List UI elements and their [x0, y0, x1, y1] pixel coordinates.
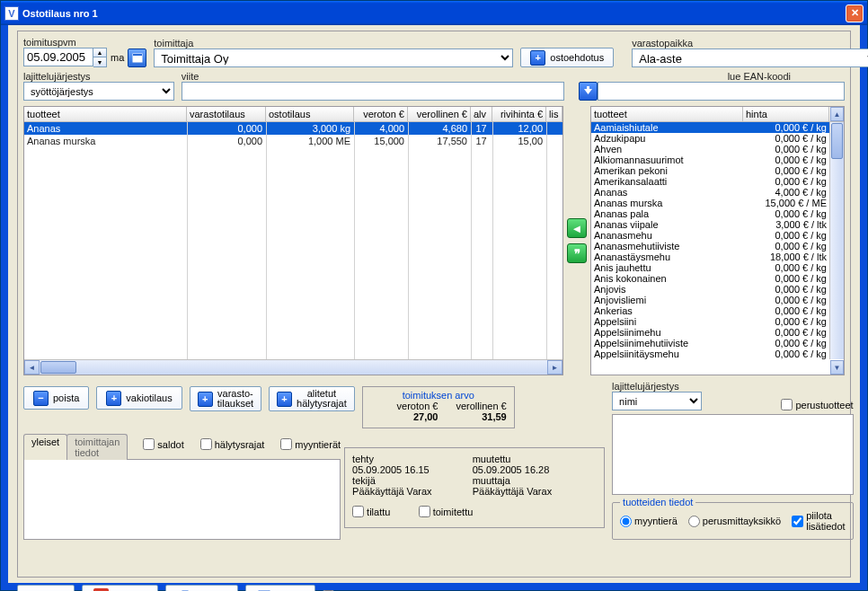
ean-down-icon[interactable]: [579, 82, 598, 101]
plus-icon: +: [106, 391, 121, 406]
tab-supplier-info[interactable]: toimittajan tiedot: [66, 434, 128, 460]
envelope-icon: [257, 588, 272, 592]
list-item[interactable]: Ankerias0,000 € / kg: [591, 305, 829, 316]
modifier-label: muuttaja: [473, 475, 590, 486]
check-alarm-limits[interactable]: hälytysrajat: [200, 438, 265, 450]
gross-value: 31,59: [456, 411, 506, 422]
list-item[interactable]: Anjovis0,000 € / kg: [591, 284, 829, 295]
list-item[interactable]: Ananas viipale3,000 € / ltk: [591, 219, 829, 230]
app-icon: V: [4, 6, 19, 21]
list-item[interactable]: Adzukipapu0,000 € / kg: [591, 133, 829, 144]
close-button[interactable]: ✕: [846, 4, 864, 22]
delivery-date-spinner[interactable]: ▲▼: [23, 48, 107, 67]
send-button[interactable]: lähetä: [245, 585, 315, 591]
printer-icon: [177, 588, 192, 592]
radio-sales-batch[interactable]: myyntierä: [620, 516, 678, 527]
sort-order-label: lajittelujärjestys: [23, 71, 174, 82]
col-lineprice[interactable]: rivihinta €: [492, 107, 546, 121]
order-lines-body: Ananas 0,000 3,000 kg 4,000 4,680 17 12,…: [24, 122, 562, 359]
modifier-value: Pääkäyttäjä Varax: [473, 486, 590, 497]
col-vat[interactable]: alv: [471, 107, 492, 121]
supplier-label: toimittaja: [154, 38, 513, 49]
window-title: Ostotilaus nro 1: [22, 8, 846, 19]
weekday-label: ma: [111, 52, 124, 63]
check-sales-batches[interactable]: myyntierät: [280, 438, 341, 450]
detail-panel: [612, 414, 854, 495]
warehouse-label: varastopaikka: [632, 38, 868, 49]
list-item[interactable]: Anis jauhettu0,000 € / kg: [591, 262, 829, 273]
h-scrollbar[interactable]: ◄►: [24, 359, 562, 375]
warehouse-select[interactable]: Ala-aste: [632, 49, 868, 67]
list-item[interactable]: Appelsiini0,000 € / kg: [591, 316, 829, 327]
list-item[interactable]: Ananas pala0,000 € / kg: [591, 208, 829, 219]
list-item[interactable]: Anis kokonainen0,000 € / kg: [591, 273, 829, 284]
check-delivered[interactable]: toimitettu: [419, 506, 474, 517]
reference-input[interactable]: [182, 82, 564, 101]
list-item[interactable]: Amerikan pekoni0,000 € / kg: [591, 165, 829, 176]
purchase-suggestion-button[interactable]: + ostoehdotus: [520, 48, 614, 67]
check-balances[interactable]: saldot: [143, 438, 183, 450]
titlebar: V Ostotilaus nro 1 ✕: [1, 1, 867, 25]
spin-down[interactable]: ▼: [93, 57, 106, 66]
table-row[interactable]: Ananas 0,000 3,000 kg 4,000 4,680 17 12,…: [24, 122, 562, 135]
below-alarm-button[interactable]: + alitetuthälytysrajat: [269, 386, 355, 411]
creator-label: tekijä: [352, 475, 470, 486]
default-order-button[interactable]: + vakiotilaus: [96, 386, 182, 410]
v-scrollbar[interactable]: ▲ ▼: [829, 122, 844, 359]
list-item[interactable]: Aamiaishiutale0,000 € / kg: [591, 122, 829, 133]
product-list-grid[interactable]: tuotteet hinta Aamiaishiutale0,000 € / k…: [590, 106, 845, 375]
warehouse-orders-button[interactable]: + varasto-tilaukset: [190, 386, 261, 411]
move-left-button[interactable]: ◄: [567, 218, 587, 238]
list-item[interactable]: Ananasmehu0,000 € / kg: [591, 230, 829, 241]
gross-label: verollinen €: [456, 401, 506, 411]
tab-general[interactable]: yleiset: [23, 434, 67, 460]
col-warehouse-order[interactable]: varastotilaus: [187, 107, 266, 121]
delivery-date-input[interactable]: [23, 48, 93, 66]
calendar-icon[interactable]: [128, 49, 146, 67]
list-item[interactable]: Ananas murska15,000 € / ME: [591, 198, 829, 208]
print-button[interactable]: tulosta: [165, 585, 237, 591]
col-price[interactable]: hinta: [743, 107, 829, 121]
modified-label: muutettu: [473, 454, 590, 464]
check-ordered[interactable]: tilattu: [352, 506, 390, 517]
list-item[interactable]: Alkiomannasuurimot0,000 € / kg: [591, 154, 829, 165]
plus-icon: +: [198, 392, 213, 407]
check-basic-products[interactable]: perustuotteet: [781, 399, 853, 410]
sort-order-select[interactable]: syöttöjärjestys: [23, 82, 174, 101]
ean-label: lue EAN-koodi: [579, 71, 845, 82]
list-item[interactable]: Ananastäysmehu18,000 € / ltk: [591, 251, 829, 262]
list-item[interactable]: Ahven0,000 € / kg: [591, 144, 829, 154]
list-item[interactable]: Ananas4,000 € / kg: [591, 187, 829, 198]
app-window: V Ostotilaus nro 1 ✕ toimituspvm ▲▼ ma: [0, 0, 868, 591]
col-product[interactable]: tuotteet: [591, 107, 743, 121]
move-right-button[interactable]: ❞: [567, 243, 587, 263]
order-lines-grid[interactable]: tuotteet varastotilaus ostotilaus veroto…: [23, 106, 563, 375]
list-item[interactable]: Appelsiinimehutiiviste0,000 € / kg: [591, 338, 829, 348]
check-hide-details[interactable]: piilota lisätiedot: [792, 510, 845, 532]
check-icon: ✔: [29, 588, 44, 592]
ean-input[interactable]: [598, 82, 845, 101]
cancel-button[interactable]: ✕ peruuta: [82, 585, 158, 591]
purchase-suggestion-label: ostoehdotus: [550, 52, 604, 63]
minus-icon: −: [33, 391, 49, 406]
created-label: tehty: [352, 454, 470, 464]
radio-base-unit[interactable]: perusmittayksikkö: [688, 516, 781, 527]
col-purchase-order[interactable]: ostotilaus: [266, 107, 354, 121]
col-net[interactable]: veroton €: [354, 107, 408, 121]
remove-button[interactable]: − poista: [23, 386, 89, 410]
list-item[interactable]: Appelsiinimehu0,000 € / kg: [591, 327, 829, 338]
right-sort-select[interactable]: nimi: [612, 392, 702, 410]
list-item[interactable]: Amerikansalaatti0,000 € / kg: [591, 176, 829, 187]
col-extra[interactable]: lis: [546, 107, 562, 121]
col-gross[interactable]: verollinen €: [408, 107, 471, 121]
table-row[interactable]: Ananas murska 0,000 1,000 ME 15,000 17,5…: [24, 135, 562, 147]
modified-value: 05.09.2005 16.28: [473, 464, 590, 475]
net-value: 27,00: [397, 411, 438, 422]
list-item[interactable]: Appelsiinitäysmehu0,000 € / kg: [591, 348, 829, 359]
spin-up[interactable]: ▲: [93, 49, 106, 57]
list-item[interactable]: Ananasmehutiiviste0,000 € / kg: [591, 241, 829, 251]
supplier-select[interactable]: Toimittaja Oy: [154, 49, 513, 67]
ok-button[interactable]: ✔ OK: [17, 585, 75, 591]
col-products[interactable]: tuotteet: [24, 107, 187, 121]
list-item[interactable]: Anjovisliemi0,000 € / kg: [591, 295, 829, 305]
